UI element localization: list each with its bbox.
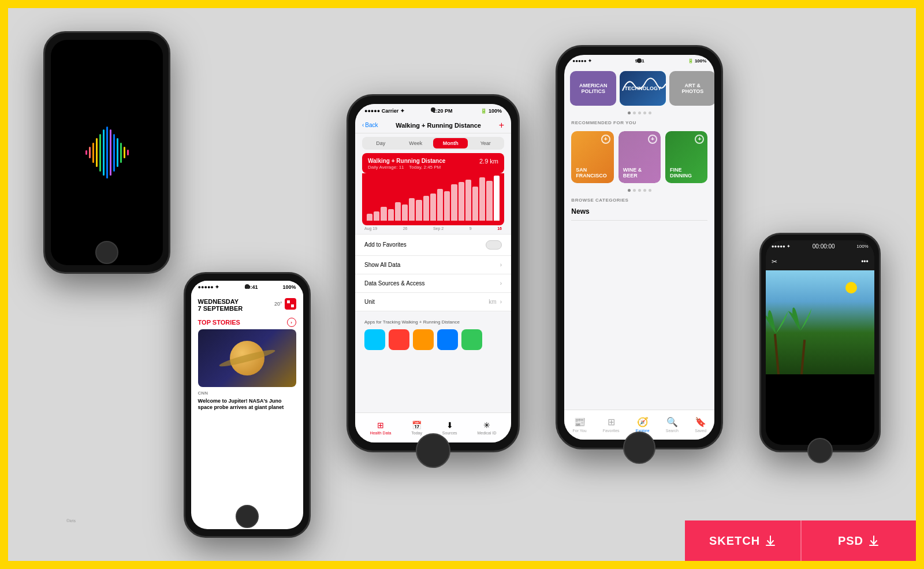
dots-icon: ••• <box>861 258 869 266</box>
br-signal: ●●●●● ✦ <box>772 244 791 249</box>
app-icon-5[interactable] <box>461 329 482 350</box>
datasources-label: Data Sources & Access <box>364 280 425 287</box>
chart-bar <box>430 194 436 221</box>
br-home-button[interactable] <box>807 438 833 463</box>
app-icon-3[interactable] <box>413 329 434 350</box>
siri-home-button[interactable] <box>95 241 118 264</box>
health-tab-week[interactable]: Week <box>398 138 433 148</box>
health-home-button[interactable] <box>416 433 450 468</box>
rec-sf-label: SAN FRANCISCO <box>576 167 609 178</box>
health-tab-sources[interactable]: ⬇ Sources <box>442 421 457 435</box>
psd-download-button[interactable]: PSD <box>800 520 916 561</box>
health-tab-today[interactable]: 📅 Today <box>411 421 422 435</box>
chart-bar <box>416 200 422 220</box>
search-icon: 🔍 <box>666 416 678 427</box>
rec-san-francisco[interactable]: + SAN FRANCISCO <box>571 131 613 183</box>
health-back-button[interactable]: ‹ Back <box>362 122 378 128</box>
unit-label: Unit <box>364 299 375 305</box>
phone-siri <box>43 31 170 274</box>
rec-dots <box>564 187 714 194</box>
rec-wine-beer[interactable]: + WINE & BEER <box>619 131 661 183</box>
chart-bar <box>486 181 492 221</box>
chart-bar <box>395 202 401 220</box>
health-tab-medicalid[interactable]: ✳ Medical ID <box>477 421 496 435</box>
right-battery: 🔋 100% <box>688 58 707 64</box>
health-tab-day[interactable]: Day <box>363 138 398 148</box>
news-date-area: WEDNESDAY 7 SEPTEMBER 20° <box>191 293 303 315</box>
chart-label-sep2: Sep 2 <box>433 226 444 230</box>
chart-bar <box>409 198 415 221</box>
health-list-item-favorites[interactable]: Add to Favorites <box>355 234 511 256</box>
health-tab-healthdata[interactable]: ⊞ Health Data <box>370 421 391 435</box>
br-screen: ●●●●● ✦ 00:00:00 100% ✂ ••• <box>766 240 874 445</box>
health-list: Add to Favorites Show All Data › Data So… <box>355 234 511 311</box>
right-screen: ●●●●● ✦ 9:41 🔋 100% AMERICAN POLITICS TE <box>564 55 714 440</box>
chart-bar <box>465 180 471 220</box>
favorites-toggle[interactable] <box>486 240 502 250</box>
health-tab-month[interactable]: Month <box>433 138 468 148</box>
right-camera <box>637 58 642 63</box>
sources-icon: ⬇ <box>446 421 453 430</box>
cat-art-photos[interactable]: ART & PHOTOS <box>669 71 714 106</box>
showdata-chevron: › <box>500 262 502 268</box>
search-label: Search <box>666 429 679 433</box>
br-status-bar: ●●●●● ✦ 00:00:00 100% <box>766 240 874 253</box>
cat-american-politics[interactable]: AMERICAN POLITICS <box>570 71 616 106</box>
health-apps-icons <box>355 327 511 352</box>
health-list-item-showdata[interactable]: Show All Data › <box>355 256 511 274</box>
metric-daily: Daily Average: 11 <box>368 165 404 170</box>
health-metric: Walking + Running Distance 2.9 km Daily … <box>362 153 504 173</box>
health-plus-button[interactable]: + <box>499 120 504 131</box>
health-screen: ●●●●● Carrier ✦ 1:20 PM 🔋 100% ‹ Back Wa… <box>355 104 511 442</box>
health-list-item-unit[interactable]: Unit km › <box>355 293 511 311</box>
health-tab-year[interactable]: Year <box>468 138 503 148</box>
unit-value-chevron: km › <box>489 299 502 305</box>
news-tab-search[interactable]: 🔍 Search <box>666 416 679 433</box>
rec-sf-plus[interactable]: + <box>601 135 610 144</box>
app-icon-1[interactable] <box>364 329 385 350</box>
rec-fine-dining[interactable]: + FINE DINNING <box>665 131 707 183</box>
cat-technology[interactable]: TECHNOLOGY <box>620 71 666 106</box>
top-stories-arrow[interactable]: › <box>287 318 296 327</box>
news-tab-explore[interactable]: 🧭 Explore <box>636 416 650 433</box>
chart-bar <box>423 196 429 221</box>
chart-bar <box>479 177 485 220</box>
browse-news: News <box>564 205 714 218</box>
health-battery: 🔋 100% <box>480 108 502 114</box>
health-metric-km: 2.9 km <box>479 158 498 165</box>
psd-download-icon <box>868 535 880 546</box>
health-list-item-datasources[interactable]: Data Sources & Access › <box>355 274 511 293</box>
yellow-border-left <box>0 0 8 569</box>
rec-cards: + SAN FRANCISCO + WINE & BEER + FINE DIN… <box>564 128 714 187</box>
chart-bar <box>437 189 443 221</box>
healthdata-label: Health Data <box>370 431 391 435</box>
chart-bar <box>444 191 450 221</box>
dot-4 <box>643 111 646 114</box>
news-tab-favorites[interactable]: ⊞ Favorites <box>603 416 620 433</box>
sketch-download-button[interactable]: SKETCH <box>685 520 800 561</box>
saved-label: Saved <box>695 429 706 433</box>
sources-label: Sources <box>442 431 457 435</box>
app-icon-4[interactable] <box>437 329 458 350</box>
health-nav: ‹ Back Walking + Running Distance + <box>355 118 511 133</box>
metric-today: Today, 2:45 PM <box>409 165 441 170</box>
scissors-icon: ✂ <box>772 258 777 266</box>
rec-wine-plus[interactable]: + <box>648 135 657 144</box>
category-cards: AMERICAN POLITICS TECHNOLOGY ART & PHOTO… <box>564 68 714 109</box>
planet-graphic <box>230 341 264 375</box>
showdata-label: Show All Data <box>364 262 400 268</box>
news-headline: Welcome to Jupiter! NASA's Juno space pr… <box>191 397 303 412</box>
explore-icon: 🧭 <box>637 416 649 427</box>
chart-label-26: 26 <box>403 226 408 230</box>
news-tab-saved[interactable]: 🔖 Saved <box>695 416 706 433</box>
favorites-label: Add to Favorites <box>364 241 407 248</box>
app-icon-2[interactable] <box>389 329 409 350</box>
rec-dining-plus[interactable]: + <box>695 135 704 144</box>
yellow-border-top <box>0 0 924 8</box>
news-tab-foryou[interactable]: 📰 For You <box>572 416 586 433</box>
rec-dot-5 <box>649 189 651 192</box>
news-home-button[interactable] <box>236 505 259 528</box>
svg-rect-0 <box>287 300 290 303</box>
health-metric-value: Walking + Running Distance 2.9 km <box>368 158 498 165</box>
right-home-button[interactable] <box>623 432 655 464</box>
